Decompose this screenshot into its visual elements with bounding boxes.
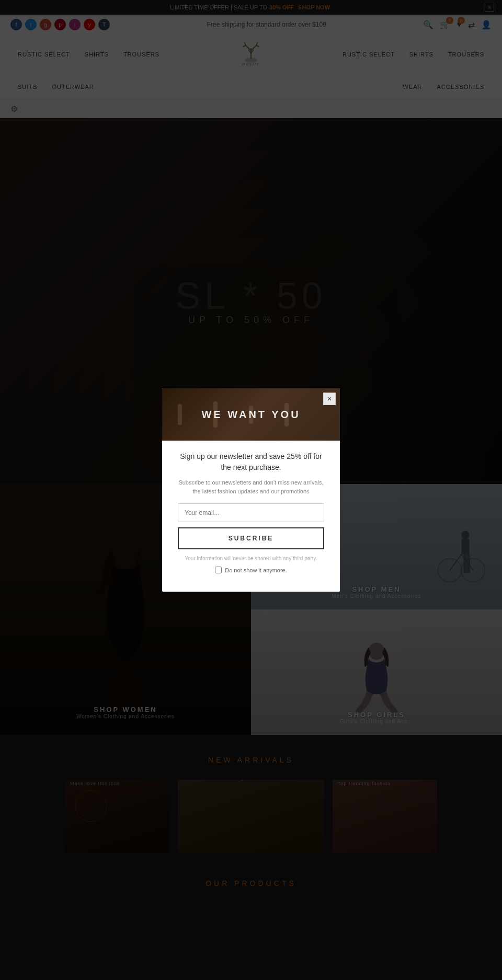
modal-privacy-text: Your information will never be shared wi… bbox=[178, 556, 324, 561]
modal-header-image: WE WANT YOU bbox=[162, 388, 340, 441]
subscribe-button[interactable]: SUBCRIBE bbox=[178, 527, 324, 549]
email-input[interactable] bbox=[178, 503, 324, 522]
modal-header-text: WE WANT YOU bbox=[201, 409, 300, 421]
modal-subtitle: Subscribe to our newsletters and don't m… bbox=[178, 478, 324, 495]
modal-overlay[interactable]: WE WANT YOU × Sign up our newsletter and… bbox=[0, 0, 502, 980]
newsletter-modal: WE WANT YOU × Sign up our newsletter and… bbox=[162, 388, 340, 592]
modal-close-button[interactable]: × bbox=[323, 393, 336, 405]
modal-title: Sign up our newsletter and save 25% off … bbox=[178, 451, 324, 473]
modal-no-show: Do not show it anymore. bbox=[178, 567, 324, 581]
no-show-label[interactable]: Do not show it anymore. bbox=[225, 567, 287, 573]
no-show-checkbox[interactable] bbox=[215, 567, 222, 573]
modal-body: Sign up our newsletter and save 25% off … bbox=[162, 441, 340, 592]
